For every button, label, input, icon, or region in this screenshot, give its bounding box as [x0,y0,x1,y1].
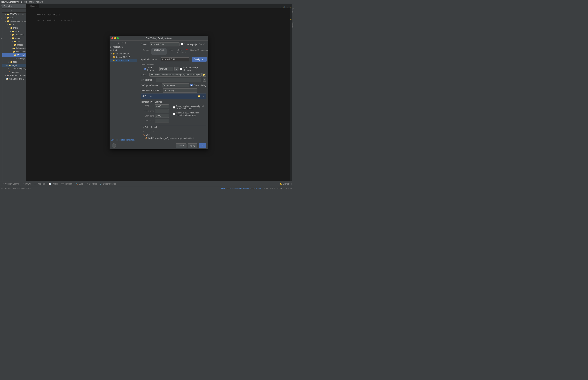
maven-side-tab[interactable]: Maven [292,7,294,14]
apply-btn[interactable]: Apply [188,143,197,148]
bookmarks-side-tab[interactable]: B [0,37,2,39]
tree-newspages[interactable]: ▶ 📁 newspages [2,50,26,53]
bottom-tab-build[interactable]: 🔨 Build [74,182,85,186]
config-item-junit[interactable]: ▶ JUnit [110,49,137,52]
panel-dropdown-arrow[interactable]: ▼ [11,5,12,7]
tree-pom[interactable]: ▶ 🗋 pom.xml [2,70,26,74]
bottom-tab-terminal[interactable]: ⌨ Terminal [60,182,74,186]
move-down-btn[interactable]: ↓ [155,130,159,133]
jre-dropdown-btn[interactable]: ▼ [202,95,205,98]
app-server-input[interactable] [161,57,189,61]
vm-expand-btn[interactable]: ↗ [203,78,206,82]
remove-config-btn[interactable]: − [114,42,117,45]
structure-side-tab[interactable]: S [0,17,2,20]
tab-server[interactable]: Server [141,48,151,55]
tree-iml[interactable]: ▶ 🗋 NewsManagerSystem.iml [2,67,26,70]
move-config-btn[interactable]: ↗ [121,42,124,45]
breadcrumb-main[interactable]: main [29,1,34,3]
tree-test[interactable]: ▶ 📁 test [2,60,26,64]
ok-btn[interactable]: OK [199,143,206,148]
tree-newsmanager[interactable]: ▼ 📁 NewsManagerSystem [2,19,26,23]
bottom-tab-problems[interactable]: ⚠ Problems [33,182,47,186]
sync-btn[interactable]: ⟳ [3,9,6,12]
arrow-junit: ▶ [5,17,6,19]
add-config-btn[interactable]: + [111,42,114,45]
show-dialog-checkbox[interactable] [190,84,193,86]
tree-src[interactable]: ▼ 📁 src [2,23,26,26]
bottom-tab-todo[interactable]: ☑ TODO [21,182,33,186]
bottom-tab-event-log[interactable]: 🔔 Event Log [278,182,293,186]
tree-webapp[interactable]: ▼ 📁 webapp [2,37,26,40]
show-options-btn[interactable]: ⚙ [10,9,13,12]
edit-build-btn[interactable]: ✏ [149,130,152,133]
cancel-btn[interactable]: Cancel [176,143,186,148]
dot-close[interactable] [112,37,113,39]
ajp-port-input[interactable] [155,119,169,122]
help-btn[interactable]: ? [112,143,116,148]
http-port-input[interactable] [155,104,169,108]
preserve-sessions-checkbox[interactable] [173,113,175,115]
tree-index-jsp[interactable]: ▶ 🗋 index.jsp [2,57,26,60]
deploy-apps-checkbox[interactable] [173,106,175,109]
tree-junit[interactable]: ▶ 📁 JUnit [2,16,26,19]
project-side-tab[interactable]: P [0,4,2,7]
dot-maximize[interactable] [117,37,119,39]
jre-browse-btn[interactable]: 📁 [197,95,200,98]
configure-btn[interactable]: Configure... [192,57,207,62]
browser-select[interactable]: Default [159,67,173,71]
bottom-tab-services[interactable]: ⚙ Services [85,182,98,186]
copy-config-btn[interactable]: ⧉ [117,42,120,45]
sort-config-btn[interactable]: ⇅ [124,42,127,45]
config-item-application[interactable]: ▶ Application [110,45,137,49]
bottom-tab-profiler[interactable]: 📊 Profiler [47,182,60,186]
breadcrumb-project[interactable]: NewsManagerSystem [1,1,22,3]
arrow-css: ▶ [12,41,13,42]
open-browser-label: Open browser [141,63,206,66]
tree-main[interactable]: ▼ 📁 main [2,26,26,30]
tab-startup[interactable]: Startup/Connection [188,48,208,55]
before-launch-header[interactable]: ▼ Before launch [141,125,206,129]
jre-input[interactable] [149,95,196,98]
on-update-select[interactable]: Restart server [162,83,189,87]
tab-logs[interactable]: Logs [167,48,175,55]
tab-code-coverage[interactable]: Code Coverage [175,48,188,55]
tree-index-elements[interactable]: ▶ 📁 index-elements [2,47,26,50]
tree-ext-libs[interactable]: ▶ 📚 External Libraries [2,74,26,77]
store-gear-icon[interactable]: ⚙ [203,43,206,46]
config-item-tomcat-server[interactable]: ▼ 🐱 Tomcat Server [110,52,137,56]
store-checkbox[interactable] [181,43,183,45]
dot-minimize[interactable] [114,37,116,39]
jmx-port-input[interactable] [155,114,169,118]
on-deactivation-select[interactable]: Do nothing [163,88,197,93]
tree-java[interactable]: ▶ 📁 java [2,30,26,33]
remove-build-btn[interactable]: − [145,130,148,133]
tree-scratches[interactable]: ▶ 📝 Scratches and Consoles [2,77,26,81]
url-browse-btn[interactable]: 📁 [202,73,206,76]
tab-deployment[interactable]: Deployment [151,48,167,55]
checkboxes-column: Deploy applications configured in Tomcat… [173,104,206,123]
more-browsers-btn[interactable]: ... [174,67,178,71]
tree-images[interactable]: ▶ 📁 images [2,43,26,47]
breadcrumb-webapp[interactable]: webapp [36,1,43,3]
url-input[interactable] [149,73,202,76]
bottom-tab-version-control[interactable]: ⎇ Version Control [1,182,21,186]
tree-resources[interactable]: ▶ 📁 resources [2,33,26,37]
tree-css[interactable]: ▶ 📁 css [2,40,26,43]
vm-options-input[interactable] [156,78,201,82]
add-build-btn[interactable]: + [142,130,145,133]
database-side-tab[interactable]: Database [292,20,294,29]
collapse-all-btn[interactable]: ≡ [6,9,10,12]
https-port-input[interactable] [155,109,169,113]
edit-templates-link[interactable]: Edit configuration templates... [111,139,135,141]
js-debugger-checkbox[interactable] [180,68,182,70]
move-up-btn[interactable]: ↑ [152,130,155,133]
tree-jdbctest[interactable]: ▶ 📁 JDBCTest ~/Doc… [2,13,26,16]
config-item-tomcat-9[interactable]: 🐱 tomcat-9.0.59 [110,59,137,62]
tree-target[interactable]: ▶ 📁 target [2,64,26,67]
tree-web-inf[interactable]: ▼ 📁 WEB-INF [2,53,26,57]
config-item-tomcat-10[interactable]: 🐱 tomcat-10.0.17 [110,56,137,59]
after-launch-checkbox[interactable] [144,68,146,70]
name-input[interactable] [150,42,179,46]
bottom-tab-dependencies[interactable]: 🔗 Dependencies [98,182,118,186]
breadcrumb-src[interactable]: src [24,1,27,3]
